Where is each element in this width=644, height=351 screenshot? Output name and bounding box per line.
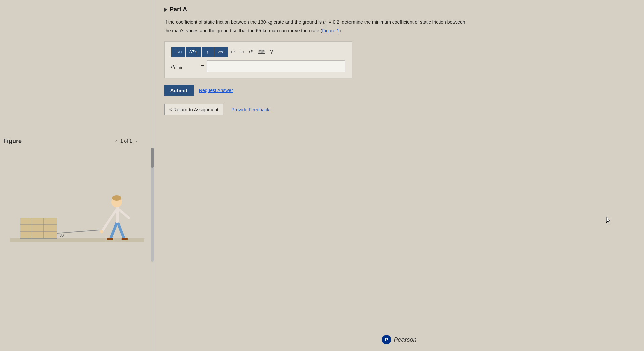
toolbar-arrow-button[interactable]: ↕ xyxy=(202,47,214,57)
figure-navigation: ‹ 1 of 1 › xyxy=(114,138,138,144)
pearson-footer: P Pearson xyxy=(382,335,416,344)
figure-label: Figure xyxy=(3,138,22,145)
return-to-assignment-button[interactable]: < Return to Assignment xyxy=(164,104,223,115)
svg-point-14 xyxy=(112,195,121,201)
svg-point-10 xyxy=(107,238,113,240)
figure-next-button[interactable]: › xyxy=(134,138,139,144)
svg-text:30°: 30° xyxy=(60,233,65,237)
figure-image: 30° xyxy=(10,148,144,255)
answer-row: μs min = xyxy=(171,60,345,72)
scroll-indicator[interactable] xyxy=(151,148,154,262)
submit-row: Submit Request Answer xyxy=(164,85,520,96)
toolbar-refresh-button[interactable]: ↺ xyxy=(247,47,255,57)
math-toolbar: □√□ ΑΣφ ↕ vec ↩ ↪ ↺ ⌨ ? xyxy=(171,47,345,57)
request-answer-button[interactable]: Request Answer xyxy=(199,88,233,93)
toolbar-symbol-button[interactable]: ΑΣφ xyxy=(186,47,201,57)
svg-point-11 xyxy=(121,238,128,240)
svg-point-17 xyxy=(100,230,103,233)
figure-svg: 30° xyxy=(10,148,144,255)
toolbar-keyboard-button[interactable]: ⌨ xyxy=(256,47,267,57)
toolbar-undo-button[interactable]: ↩ xyxy=(228,47,237,57)
scroll-thumb xyxy=(151,148,154,168)
toolbar-help-button[interactable]: ? xyxy=(268,47,275,57)
problem-text: If the coefficient of static friction be… xyxy=(164,18,466,35)
svg-rect-1 xyxy=(20,218,57,238)
main-content-panel: Part A If the coefficient of static fric… xyxy=(154,0,644,351)
submit-button[interactable]: Submit xyxy=(164,85,194,96)
svg-line-6 xyxy=(57,230,99,233)
pearson-logo: P xyxy=(382,335,391,344)
part-header: Part A xyxy=(164,3,520,13)
toolbar-matrix-button[interactable]: □√□ xyxy=(171,47,185,57)
equals-sign: = xyxy=(201,63,204,69)
figure-link[interactable]: Figure 1 xyxy=(322,28,339,33)
answer-input[interactable] xyxy=(207,60,345,72)
bottom-row: < Return to Assignment Provide Feedback xyxy=(164,104,520,115)
svg-line-16 xyxy=(119,210,129,218)
figure-prev-button[interactable]: ‹ xyxy=(114,138,118,144)
part-triangle-icon xyxy=(164,8,167,12)
answer-label-sub: s min xyxy=(174,66,182,69)
svg-line-8 xyxy=(111,221,117,238)
svg-line-9 xyxy=(117,221,124,238)
answer-container: □√□ ΑΣφ ↕ vec ↩ ↪ ↺ ⌨ ? μs min = xyxy=(164,41,352,78)
provide-feedback-button[interactable]: Provide Feedback xyxy=(231,107,269,112)
figure-panel: Figure ‹ 1 of 1 › 30° xyxy=(0,0,154,351)
figure-count: 1 of 1 xyxy=(120,138,132,144)
toolbar-redo-button[interactable]: ↪ xyxy=(237,47,246,57)
pearson-brand-name: Pearson xyxy=(394,336,416,343)
toolbar-vec-button[interactable]: vec xyxy=(214,47,228,57)
mouse-cursor xyxy=(606,217,610,223)
part-title: Part A xyxy=(170,6,187,13)
answer-label: μs min xyxy=(171,63,198,69)
